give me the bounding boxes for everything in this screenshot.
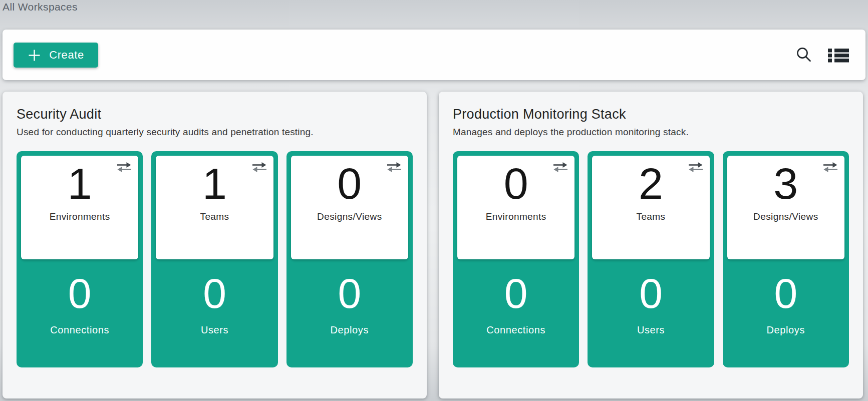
list-view-icon <box>827 47 849 63</box>
stat-tile-designs-views[interactable]: 3 Designs/Views 0 Deploys <box>723 151 849 367</box>
stat-value: 2 <box>639 160 663 208</box>
stat-value: 0 <box>68 272 92 314</box>
tile-top-panel: 3 Designs/Views <box>727 156 844 259</box>
workspace-cards-row: Security Audit Used for conducting quart… <box>3 92 863 398</box>
workspace-title: Production Monitoring Stack <box>453 107 849 122</box>
stat-value: 0 <box>639 272 663 314</box>
stat-value: 0 <box>504 160 528 208</box>
stat-tile-environments[interactable]: 0 Environments 0 Connections <box>453 151 579 367</box>
workspace-description: Used for conducting quarterly security a… <box>17 127 413 138</box>
swap-button[interactable] <box>823 162 838 173</box>
stat-label: Users <box>201 324 228 336</box>
workspace-description: Manages and deploys the production monit… <box>453 127 849 138</box>
stat-value: 0 <box>504 272 528 314</box>
tiles-row: 0 Environments 0 Connections <box>453 151 849 367</box>
swap-horizontal-icon <box>387 162 402 173</box>
search-button[interactable] <box>795 47 812 64</box>
stat-value: 1 <box>202 160 227 208</box>
tile-bottom-panel: 0 Connections <box>457 259 574 363</box>
stat-value: 1 <box>68 160 92 208</box>
tile-bottom-panel: 0 Users <box>156 259 273 363</box>
stat-label: Connections <box>486 324 545 336</box>
swap-horizontal-icon <box>688 162 703 173</box>
swap-button[interactable] <box>252 162 267 173</box>
toolbar: Create <box>3 30 865 80</box>
stat-label: Designs/Views <box>753 211 818 222</box>
tile-bottom-panel: 0 Deploys <box>291 259 408 363</box>
swap-horizontal-icon <box>823 162 838 173</box>
stat-value: 0 <box>203 272 226 314</box>
create-button[interactable]: Create <box>14 43 98 68</box>
create-button-label: Create <box>49 49 84 62</box>
stat-label: Teams <box>200 211 229 222</box>
search-icon <box>795 47 812 64</box>
page-title: All Workspaces <box>3 1 78 13</box>
workspace-card-security-audit: Security Audit Used for conducting quart… <box>3 92 427 398</box>
stat-tile-teams[interactable]: 2 Teams 0 Users <box>588 151 714 367</box>
tile-bottom-panel: 0 Users <box>592 259 709 363</box>
tile-top-panel: 1 Teams <box>156 156 273 259</box>
tile-top-panel: 0 Environments <box>457 156 574 259</box>
tile-top-panel: 1 Environments <box>21 156 138 259</box>
plus-icon <box>28 49 41 62</box>
stat-tile-environments[interactable]: 1 Environments 0 Connections <box>17 151 143 367</box>
tile-top-panel: 2 Teams <box>592 156 709 259</box>
workspace-card-production-monitoring-stack: Production Monitoring Stack Manages and … <box>439 92 863 398</box>
stat-label: Designs/Views <box>317 211 382 222</box>
stat-label: Users <box>637 324 665 336</box>
stat-value: 3 <box>773 160 798 208</box>
toolbar-icons <box>795 30 849 80</box>
stat-label: Deploys <box>767 324 805 336</box>
swap-horizontal-icon <box>252 162 267 173</box>
tile-bottom-panel: 0 Deploys <box>727 259 844 363</box>
tiles-row: 1 Environments 0 Connections <box>17 151 413 367</box>
stat-tile-teams[interactable]: 1 Teams 0 Users <box>151 151 277 367</box>
list-view-button[interactable] <box>827 47 849 63</box>
stat-value: 0 <box>337 160 362 208</box>
tile-top-panel: 0 Designs/Views <box>291 156 408 259</box>
stat-label: Deploys <box>331 324 369 336</box>
swap-button[interactable] <box>387 162 402 173</box>
tile-bottom-panel: 0 Connections <box>21 259 138 363</box>
stat-value: 0 <box>774 272 797 314</box>
swap-button[interactable] <box>688 162 703 173</box>
stat-label: Connections <box>50 324 109 336</box>
swap-button[interactable] <box>117 162 132 173</box>
stat-label: Environments <box>50 211 110 222</box>
stat-tile-designs-views[interactable]: 0 Designs/Views 0 Deploys <box>286 151 413 367</box>
stat-label: Teams <box>637 211 666 222</box>
swap-horizontal-icon <box>117 162 132 173</box>
stat-label: Environments <box>486 211 546 222</box>
swap-horizontal-icon <box>553 162 568 173</box>
stat-value: 0 <box>338 272 361 314</box>
workspace-title: Security Audit <box>17 107 413 122</box>
swap-button[interactable] <box>553 162 568 173</box>
